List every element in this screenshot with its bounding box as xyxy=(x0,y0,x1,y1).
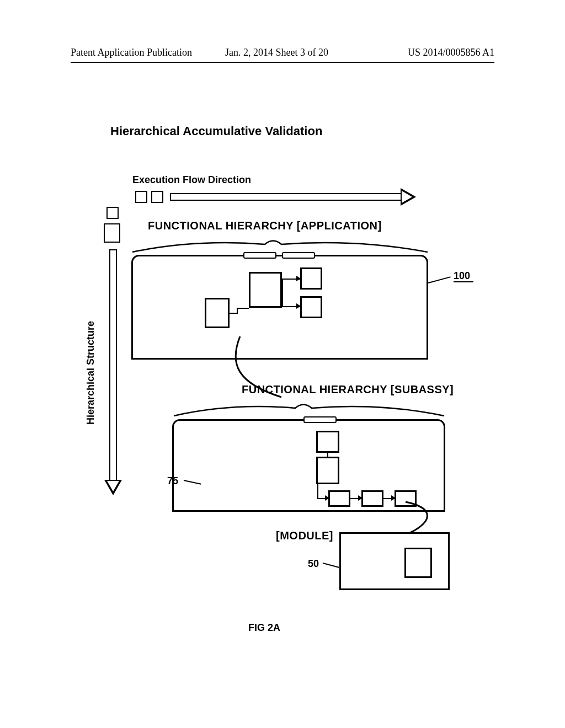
ref-50: 50 xyxy=(308,558,319,570)
arrow-icon xyxy=(325,495,329,501)
connector xyxy=(282,279,283,307)
module-block xyxy=(404,548,432,578)
legend-square xyxy=(106,207,119,219)
execution-flow-label: Execution Flow Direction xyxy=(132,174,251,186)
figure-caption: FIG 2A xyxy=(248,622,280,634)
header-rule xyxy=(71,62,494,63)
connector xyxy=(317,484,318,498)
header-publication: Patent Application Publication xyxy=(71,47,192,58)
hierarchical-structure-label: Hierarchical Structure xyxy=(85,321,97,425)
arrow-icon xyxy=(296,276,301,281)
layer-application-label: FUNCTIONAL HIERARCHY [APPLICATION] xyxy=(148,220,382,232)
box-tab xyxy=(243,252,276,259)
leader-line xyxy=(428,276,451,283)
module-block xyxy=(316,457,339,484)
module-block xyxy=(249,272,282,308)
box-tab xyxy=(282,252,315,259)
module-block xyxy=(328,490,350,507)
layer-subassy-label: FUNCTIONAL HIERARCHY [SUBASSY] xyxy=(242,383,454,396)
module-box xyxy=(339,532,450,590)
expand-connector xyxy=(210,331,320,408)
brace-icon xyxy=(130,234,430,256)
leader-line xyxy=(323,563,339,568)
arrow-icon xyxy=(296,303,301,309)
legend-square xyxy=(135,191,147,203)
diagram-title: Hierarchical Accumulative Validation xyxy=(110,124,322,138)
hierarchical-structure-arrow xyxy=(106,249,124,500)
legend-square xyxy=(104,223,120,243)
connector xyxy=(327,453,328,457)
module-block xyxy=(316,431,339,453)
module-block xyxy=(300,296,322,318)
header-date-sheet: Jan. 2, 2014 Sheet 3 of 20 xyxy=(225,47,328,58)
layer-module-label: [MODULE] xyxy=(276,529,333,542)
ref-75: 75 xyxy=(167,475,178,487)
module-block xyxy=(361,490,383,507)
page: Patent Application Publication Jan. 2, 2… xyxy=(0,0,565,728)
connector xyxy=(237,308,249,309)
box-tab xyxy=(303,416,337,423)
arrow-icon xyxy=(358,495,363,501)
ref-underline xyxy=(454,281,473,282)
header-pub-number: US 2014/0005856 A1 xyxy=(408,47,494,58)
legend-square xyxy=(151,191,163,203)
ref-100: 100 xyxy=(454,270,470,282)
execution-flow-arrow xyxy=(170,189,421,207)
module-block xyxy=(300,267,322,290)
module-block xyxy=(205,298,230,328)
